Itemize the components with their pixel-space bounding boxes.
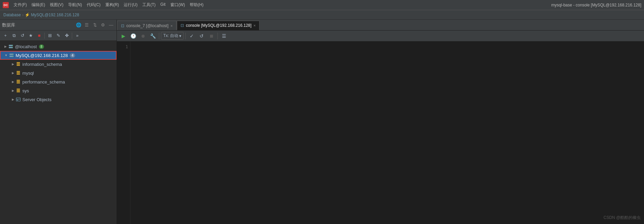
svg-rect-12 [17,72,20,73]
console7-icon: ⊡ [121,23,124,28]
mysql-label: mysql [22,71,34,76]
menu-file[interactable]: 文件(F) [12,1,29,8]
console-remote-label: console [MySQL@192.168.216.128] [186,23,252,28]
menu-refactor[interactable]: 重构(R) [103,1,121,8]
db-panel-header: 数据库 🌐 ☰ ⇅ ⚙ — [0,20,117,31]
history-button[interactable]: 🕐 [129,32,138,40]
tree-item-localhost[interactable]: ▶ @localhost 8 [0,42,117,51]
add-button[interactable]: + [1,32,9,40]
copy-button[interactable]: ⧉ [10,32,18,40]
wrench-button[interactable]: 🔧 [148,32,157,40]
menu-help[interactable]: 帮助(H) [188,1,206,8]
format-button[interactable]: ☰ [220,32,228,40]
svg-rect-10 [17,65,20,66]
stop-dot-button[interactable]: ⏺ [139,32,147,40]
refresh-button[interactable]: ↺ [18,32,26,40]
left-panel: 数据库 🌐 ☰ ⇅ ⚙ — + ⧉ ↺ ★ ■ ⊞ ✎ ✤ » [0,20,117,224]
tree-item-mysql[interactable]: ▶ mysql [0,69,117,77]
header-icons: 🌐 ☰ ⇅ ⚙ — [75,22,115,29]
tree-item-sys[interactable]: ▶ sys [0,86,117,95]
tab-console7[interactable]: ⊡ console_7 [@localhost] × [117,21,176,30]
check-button[interactable]: ✓ [187,32,196,40]
play-button[interactable]: ▶ [119,32,128,40]
tree-item-mysql-remote[interactable]: ▼ MySQL@192.168.216.128 4 [0,51,117,60]
table-button[interactable]: ⊞ [46,32,54,40]
tree-item-server-objects[interactable]: ▶ Server Objects [0,95,117,104]
svg-rect-16 [17,82,20,83]
svg-rect-8 [17,62,20,63]
menu-run[interactable]: 运行(U) [122,1,140,8]
svg-rect-15 [17,81,20,82]
tx-chevron: ▾ [179,34,181,38]
console-sep-3 [217,33,218,39]
console-remote-close[interactable]: × [253,23,255,27]
server-objects-label: Server Objects [22,97,51,102]
toolbar-separator-2 [72,33,72,39]
menu-edit[interactable]: 编辑(E) [29,1,47,8]
globe-icon[interactable]: 🌐 [75,22,82,29]
menu-code[interactable]: 代码(C) [85,1,103,8]
menu-nav[interactable]: 导航(N) [66,1,84,8]
console7-label: console_7 [@localhost] [126,23,168,28]
arrow-mysql: ▶ [10,70,16,76]
svg-rect-19 [17,91,20,92]
tx-dropdown[interactable]: Tx: 自动 ▾ [161,32,184,40]
arrow-sys: ▶ [10,88,16,93]
star-button[interactable]: ★ [27,32,35,40]
pin-button[interactable]: ✤ [63,32,71,40]
information-schema-label: information_schema [22,62,62,67]
database-tree: ▶ @localhost 8 ▼ [0,41,117,224]
svg-rect-9 [17,63,20,64]
settings-icon[interactable]: ⚙ [100,22,106,29]
menu-window[interactable]: 窗口(W) [168,1,187,8]
arrow-mysql-remote: ▼ [3,53,9,58]
line-number-1: 1 [119,44,128,49]
svg-rect-14 [17,80,20,81]
db-icon-sys [16,88,21,93]
watermark: CSDN @酷酷的橡虫 [603,215,641,221]
editor-content[interactable] [130,41,644,224]
undo-button[interactable]: ↺ [197,32,206,40]
server-objects-icon [16,97,21,102]
console-remote-icon: ⊡ [181,23,184,28]
stop-red-button[interactable]: ⏹ [207,32,216,40]
db-icon-information-schema [16,61,21,67]
app-logo: DC [3,2,9,8]
svg-point-7 [13,56,13,57]
console7-close[interactable]: × [170,24,172,28]
main-layout: 数据库 🌐 ☰ ⇅ ⚙ — + ⧉ ↺ ★ ■ ⊞ ✎ ✤ » [0,20,644,224]
line-numbers: 1 [117,41,130,224]
tab-console-remote[interactable]: ⊡ console [MySQL@192.168.216.128] × [177,21,259,30]
title-bar: DC 文件(F) 编辑(E) 视图(V) 导航(N) 代码(C) 重构(R) 运… [0,0,644,10]
tx-label: Tx: 自动 [163,33,178,39]
list-icon[interactable]: ☰ [83,22,90,29]
svg-rect-11 [17,71,20,72]
console-toolbar: ▶ 🕐 ⏺ 🔧 Tx: 自动 ▾ ✓ ↺ ⏹ ☰ [117,31,644,41]
tree-item-performance-schema[interactable]: ▶ performance_schema [0,77,117,86]
editor-area: 1 CSDN @酷酷的橡虫 [117,41,644,224]
tree-item-information-schema[interactable]: ▶ information_schema [0,60,117,69]
stop-button[interactable]: ■ [35,32,43,40]
sys-label: sys [22,88,29,93]
menu-tools[interactable]: 工具(T) [140,1,158,8]
arrow-information-schema: ▶ [10,61,16,67]
menu-view[interactable]: 视图(V) [48,1,65,8]
right-panel: ⊡ console_7 [@localhost] × ⊡ console [My… [117,20,644,224]
filter-icon[interactable]: ⇅ [91,22,98,29]
collapse-icon[interactable]: — [108,22,115,29]
svg-rect-22 [17,100,18,100]
more-button[interactable]: » [73,32,81,40]
svg-point-6 [13,54,13,55]
remote-badge: 4 [70,53,75,58]
svg-rect-13 [17,74,20,75]
svg-point-2 [12,45,13,46]
performance-schema-label: performance_schema [22,79,65,85]
localhost-label: @localhost [15,44,37,49]
console-sep-1 [159,33,159,39]
edit-button[interactable]: ✎ [54,32,62,40]
breadcrumb-database[interactable]: Database [3,13,21,17]
tabs-bar: ⊡ console_7 [@localhost] × ⊡ console [My… [117,20,644,31]
menu-git[interactable]: Git [158,1,167,8]
connection-icon: ⚡ [25,13,30,17]
arrow-localhost: ▶ [3,44,8,49]
